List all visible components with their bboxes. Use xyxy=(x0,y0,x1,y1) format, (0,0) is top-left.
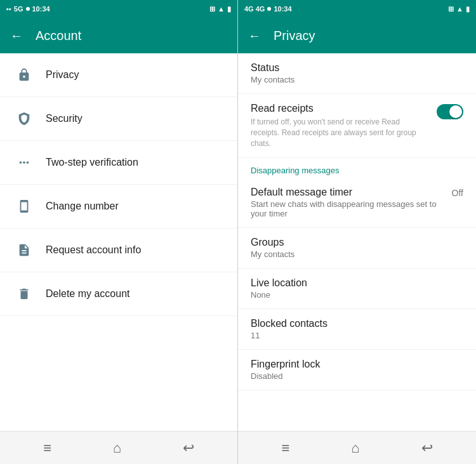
right-status-dot xyxy=(267,7,271,11)
right-battery-icon: ▮ xyxy=(466,5,470,13)
read-receipts-text: Read receipts If turned off, you won't s… xyxy=(251,103,430,149)
account-menu: Privacy Security Two-step verification xyxy=(0,53,237,431)
menu-item-privacy[interactable]: Privacy xyxy=(0,53,237,97)
status-title: Status xyxy=(251,62,463,74)
read-receipts-description: If turned off, you won't send or receive… xyxy=(251,117,430,149)
menu-item-two-step[interactable]: Two-step verification xyxy=(0,141,237,185)
live-location-subtitle: None xyxy=(251,290,463,300)
live-location-title: Live location xyxy=(251,277,463,289)
right-status-left: 4G 4G 10:34 xyxy=(244,5,292,13)
left-network: 5G xyxy=(14,5,23,13)
status-subtitle: My contacts xyxy=(251,75,463,84)
dots-icon xyxy=(13,151,36,174)
message-timer-title: Default message timer xyxy=(251,187,446,198)
menu-item-change-number[interactable]: Change number xyxy=(0,185,237,229)
blocked-contacts-count: 11 xyxy=(251,331,463,340)
left-wifi-icon: ▲ xyxy=(218,5,225,13)
file-icon xyxy=(13,239,36,262)
left-status-left: ▪▪ 5G 10:34 xyxy=(6,5,50,13)
right-status-bar: 4G 4G 10:34 ⊞ ▲ ▮ xyxy=(238,0,476,18)
read-receipts-toggle[interactable] xyxy=(437,104,463,119)
right-signal: 4G 4G xyxy=(244,5,265,13)
delete-account-label: Delete my account xyxy=(46,288,130,300)
privacy-content: Status My contacts Read receipts If turn… xyxy=(238,53,476,431)
left-status-dot xyxy=(26,7,30,11)
fingerprint-title: Fingerprint lock xyxy=(251,359,463,370)
phone-icon xyxy=(13,195,36,218)
message-timer-row: Default message timer Start new chats wi… xyxy=(251,187,463,218)
trash-icon xyxy=(13,282,36,305)
security-label: Security xyxy=(46,113,83,124)
right-menu-nav-icon[interactable]: ≡ xyxy=(281,440,289,456)
message-timer-subtitle: Start new chats with disappearing messag… xyxy=(251,199,446,218)
left-status-right: ⊞ ▲ ▮ xyxy=(209,5,231,13)
read-receipts-title: Read receipts xyxy=(251,103,430,114)
right-status-right: ⊞ ▲ ▮ xyxy=(448,5,470,13)
right-bt-icon: ⊞ xyxy=(448,5,454,13)
privacy-item-read-receipts[interactable]: Read receipts If turned off, you won't s… xyxy=(238,94,476,158)
request-account-label: Request account info xyxy=(46,244,141,256)
left-menu-nav-icon[interactable]: ≡ xyxy=(43,440,51,456)
privacy-header: ← Privacy xyxy=(238,18,476,53)
right-back-nav-icon[interactable]: ↩ xyxy=(421,440,433,456)
privacy-item-live-location[interactable]: Live location None xyxy=(238,268,476,309)
blocked-contacts-title: Blocked contacts xyxy=(251,318,463,329)
two-step-label: Two-step verification xyxy=(46,157,138,168)
account-back-button[interactable]: ← xyxy=(10,29,23,43)
menu-item-request-account[interactable]: Request account info xyxy=(0,229,237,272)
phones-container: ▪▪ 5G 10:34 ⊞ ▲ ▮ ← Account Privac xyxy=(0,0,476,464)
left-back-nav-icon[interactable]: ↩ xyxy=(183,440,194,456)
right-time: 10:34 xyxy=(274,5,291,13)
privacy-phone: 4G 4G 10:34 ⊞ ▲ ▮ ← Privacy Status My co… xyxy=(238,0,476,464)
left-status-bar: ▪▪ 5G 10:34 ⊞ ▲ ▮ xyxy=(0,0,237,18)
left-signal: ▪▪ xyxy=(6,5,11,13)
privacy-label: Privacy xyxy=(46,69,79,81)
privacy-item-groups[interactable]: Groups My contacts xyxy=(238,228,476,268)
right-wifi-icon: ▲ xyxy=(456,5,463,13)
menu-item-security[interactable]: Security xyxy=(0,97,237,141)
privacy-title: Privacy xyxy=(274,29,315,43)
left-bottom-nav: ≡ ⌂ ↩ xyxy=(0,431,237,464)
shield-icon xyxy=(13,107,36,130)
account-header: ← Account xyxy=(0,18,237,53)
groups-subtitle: My contacts xyxy=(251,249,463,259)
lock-icon xyxy=(13,63,36,86)
account-title: Account xyxy=(36,29,81,43)
left-time: 10:34 xyxy=(32,5,50,13)
privacy-back-button[interactable]: ← xyxy=(248,29,261,43)
left-battery-icon: ▮ xyxy=(227,5,231,13)
right-home-nav-icon[interactable]: ⌂ xyxy=(351,440,359,456)
privacy-item-message-timer[interactable]: Default message timer Start new chats wi… xyxy=(238,178,476,228)
groups-title: Groups xyxy=(251,237,463,248)
left-home-nav-icon[interactable]: ⌂ xyxy=(113,440,121,456)
message-timer-value: Off xyxy=(452,188,463,198)
privacy-item-fingerprint[interactable]: Fingerprint lock Disabled xyxy=(238,350,476,390)
privacy-item-status[interactable]: Status My contacts xyxy=(238,53,476,94)
change-number-label: Change number xyxy=(46,201,119,212)
disappearing-section-header: Disappearing messages xyxy=(238,158,476,178)
right-bottom-nav: ≡ ⌂ ↩ xyxy=(238,431,476,464)
privacy-item-blocked-contacts[interactable]: Blocked contacts 11 xyxy=(238,309,476,350)
menu-item-delete-account[interactable]: Delete my account xyxy=(0,272,237,316)
fingerprint-subtitle: Disabled xyxy=(251,371,463,381)
message-timer-text: Default message timer Start new chats wi… xyxy=(251,187,446,218)
left-bt-icon: ⊞ xyxy=(209,5,215,13)
read-receipts-row: Read receipts If turned off, you won't s… xyxy=(251,103,463,149)
account-phone: ▪▪ 5G 10:34 ⊞ ▲ ▮ ← Account Privac xyxy=(0,0,238,464)
